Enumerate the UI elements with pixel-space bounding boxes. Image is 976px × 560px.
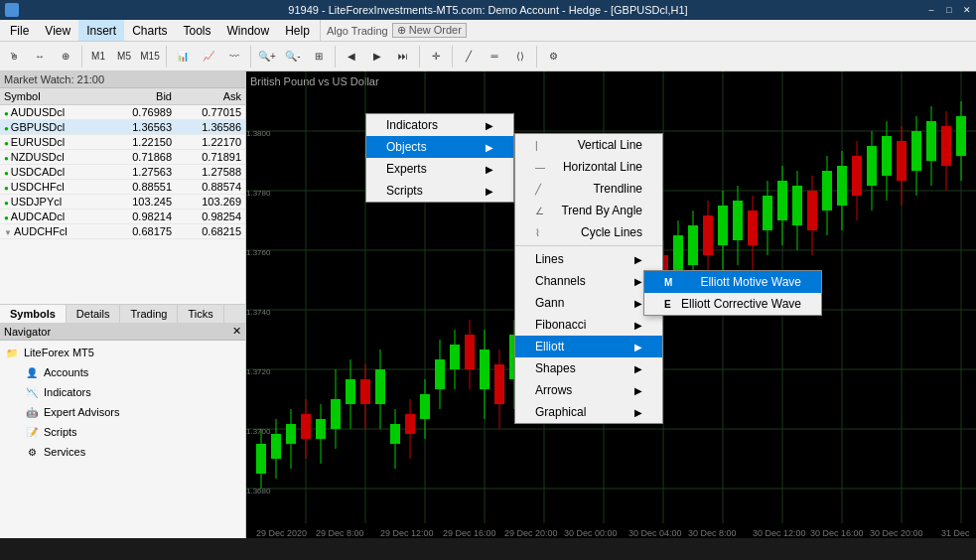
sep-3: [166, 46, 167, 68]
svg-text:30 Dec 8:00: 30 Dec 8:00: [688, 528, 737, 538]
indicators-menu-item[interactable]: Indicators ▶: [366, 114, 513, 136]
zoom-out-btn[interactable]: 🔍-: [281, 45, 305, 69]
chart-line-btn[interactable]: 〰: [222, 45, 246, 69]
lines-item[interactable]: Lines ▶: [515, 248, 662, 270]
table-row[interactable]: ●USDJPYcl 103.245 103.269: [0, 195, 245, 210]
nav-accounts-label: Accounts: [44, 366, 88, 378]
scripts-menu-item[interactable]: Scripts ▶: [366, 180, 513, 202]
tab-trading[interactable]: Trading: [120, 305, 178, 323]
table-row[interactable]: ●GBPUSDcl 1.36563 1.36586: [0, 120, 245, 135]
window-controls: – □ ✕: [922, 0, 976, 20]
menu-tools[interactable]: Tools: [176, 20, 219, 41]
table-row[interactable]: ▼AUDCHFcl 0.68175 0.68215: [0, 224, 245, 239]
channels-item[interactable]: Channels ▶: [515, 270, 662, 292]
svg-rect-30: [331, 399, 341, 429]
vline-item[interactable]: | Vertical Line: [515, 134, 662, 156]
table-row[interactable]: ●NZDUSDcl 0.71868 0.71891: [0, 150, 245, 165]
toolbar-btn-3[interactable]: ⊕: [54, 45, 77, 69]
m15-btn[interactable]: M15: [138, 45, 162, 69]
svg-rect-90: [777, 181, 787, 220]
table-row[interactable]: ●AUDUSDcl 0.76989 0.77015: [0, 105, 245, 120]
nav-services[interactable]: ⚙ Services: [20, 442, 245, 462]
trend-angle-item[interactable]: ∠ Trend By Angle: [515, 200, 662, 221]
title-bar: 91949 - LiteForexInvestments-MT5.com: De…: [0, 0, 976, 20]
svg-rect-48: [465, 335, 475, 369]
svg-rect-92: [792, 186, 802, 225]
close-btn[interactable]: ✕: [958, 0, 976, 20]
m1-btn[interactable]: M1: [86, 45, 110, 69]
main-layout: Market Watch: 21:00 Symbol Bid Ask ●AUDU…: [0, 71, 976, 538]
properties-btn[interactable]: ⚙: [541, 45, 565, 69]
hline-item[interactable]: — Horizontal Line: [515, 156, 662, 178]
chart-bar-btn[interactable]: 📊: [171, 45, 195, 69]
menu-view[interactable]: View: [37, 20, 78, 41]
svg-text:1.3760: 1.3760: [246, 248, 271, 257]
nav-experts[interactable]: 🤖 Expert Advisors: [20, 402, 245, 422]
cycle-icon: ⌇: [535, 227, 540, 238]
tab-details[interactable]: Details: [67, 305, 121, 323]
navigator-close-btn[interactable]: ✕: [232, 325, 241, 338]
toolbar-btn-2[interactable]: ↔: [28, 45, 52, 69]
algo-trading-btn[interactable]: Algo Trading: [323, 25, 392, 37]
elliott-motive-item[interactable]: M Elliott Motive Wave: [644, 271, 821, 293]
col-ask: Ask: [172, 90, 241, 102]
svg-rect-38: [390, 424, 400, 444]
draw-line-btn[interactable]: ╱: [457, 45, 481, 69]
crosshair-btn[interactable]: ✛: [424, 45, 448, 69]
menu-help[interactable]: Help: [277, 20, 318, 41]
scroll-end-btn[interactable]: ⏭: [391, 45, 415, 69]
grid-btn[interactable]: ⊞: [307, 45, 331, 69]
table-row[interactable]: ●USDCADcl 1.27563 1.27588: [0, 165, 245, 180]
minimize-btn[interactable]: –: [922, 0, 940, 20]
table-row[interactable]: ●USDCHFcl 0.88551 0.88574: [0, 180, 245, 195]
experts-menu-item[interactable]: Experts ▶: [366, 158, 513, 180]
tab-ticks[interactable]: Ticks: [178, 305, 223, 323]
elliott-item[interactable]: Elliott ▶: [515, 336, 662, 357]
zoom-in-btn[interactable]: 🔍+: [255, 45, 279, 69]
svg-rect-80: [703, 215, 713, 255]
market-watch-tabs: Symbols Details Trading Ticks: [0, 304, 245, 323]
draw-channel-btn[interactable]: ⟨⟩: [508, 45, 532, 69]
svg-rect-50: [480, 350, 489, 389]
m5-btn[interactable]: M5: [112, 45, 136, 69]
fibonacci-item[interactable]: Fibonacci ▶: [515, 314, 662, 336]
svg-text:1.3700: 1.3700: [246, 427, 271, 436]
nav-root[interactable]: 📁 LiteForex MT5: [0, 343, 245, 362]
nav-accounts[interactable]: 👤 Accounts: [20, 362, 245, 382]
trendline-item[interactable]: ╱ Trendline: [515, 178, 662, 200]
scroll-right-btn[interactable]: ▶: [365, 45, 389, 69]
svg-rect-94: [807, 191, 817, 230]
svg-text:29 Dec 20:00: 29 Dec 20:00: [504, 528, 558, 538]
arrows-item[interactable]: Arrows ▶: [515, 379, 662, 401]
services-icon: ⚙: [24, 444, 40, 460]
scripts-icon: 📝: [24, 424, 40, 440]
draw-h-btn[interactable]: ═: [483, 45, 506, 69]
menu-insert[interactable]: Insert: [78, 20, 124, 41]
menu-charts[interactable]: Charts: [124, 20, 175, 41]
menu-window[interactable]: Window: [219, 20, 278, 41]
nav-indicators[interactable]: 📉 Indicators: [20, 382, 245, 402]
elliott-corrective-item[interactable]: E Elliott Corrective Wave: [644, 293, 821, 315]
table-row[interactable]: ●EURUSDcl 1.22150 1.22170: [0, 135, 245, 150]
maximize-btn[interactable]: □: [940, 0, 958, 20]
shapes-item[interactable]: Shapes ▶: [515, 357, 662, 379]
chart-candle-btn[interactable]: 📈: [197, 45, 220, 69]
gann-item[interactable]: Gann ▶: [515, 292, 662, 314]
toolbar-btn-1[interactable]: 🖱: [2, 45, 26, 69]
hline-icon: —: [535, 162, 545, 173]
scroll-left-btn[interactable]: ◀: [340, 45, 363, 69]
svg-text:29 Dec 2020: 29 Dec 2020: [256, 528, 307, 538]
graphical-item[interactable]: Graphical ▶: [515, 401, 662, 423]
tab-symbols[interactable]: Symbols: [0, 305, 67, 323]
indicators-icon: 📉: [24, 384, 40, 400]
new-order-btn[interactable]: ⊕ New Order: [392, 23, 467, 38]
corrective-prefix: E: [664, 299, 671, 310]
objects-menu-item[interactable]: Objects ▶: [366, 136, 513, 158]
table-row[interactable]: ●AUDCADcl 0.98214 0.98254: [0, 210, 245, 224]
nav-scripts[interactable]: 📝 Scripts: [20, 422, 245, 442]
svg-text:1.3720: 1.3720: [246, 367, 271, 376]
arrow-icon: ▶: [486, 186, 493, 197]
menu-file[interactable]: File: [2, 20, 37, 41]
cycle-lines-item[interactable]: ⌇ Cycle Lines: [515, 221, 662, 243]
svg-rect-96: [822, 171, 832, 210]
